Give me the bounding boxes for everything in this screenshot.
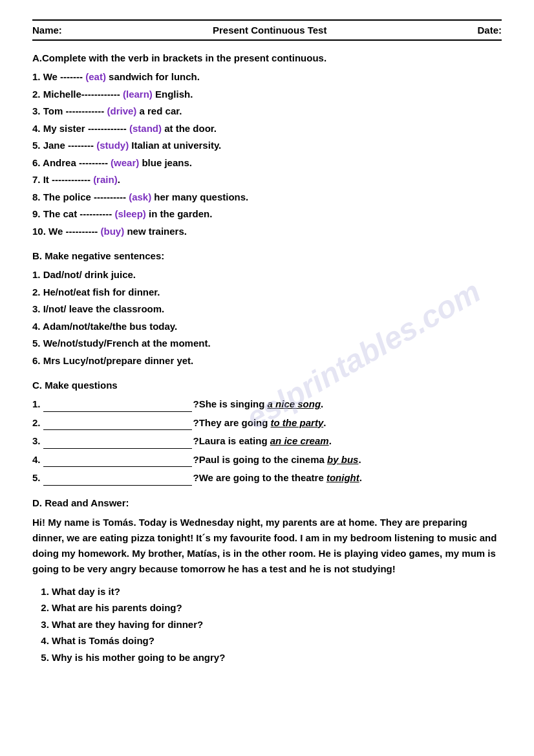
section-a-items: 1. We ------- (eat) sandwich for lunch.2… (32, 70, 502, 239)
section-a-item: 6. Andrea --------- (wear) blue jeans. (32, 156, 502, 171)
item-number: 7. It ------------ (32, 174, 93, 185)
section-d-question: What day is it? (52, 585, 502, 599)
item-number: 4. My sister ------------ (32, 123, 129, 134)
item-number: 4. (32, 453, 41, 468)
item-number: 3. (32, 434, 41, 449)
item-rest: in the garden. (146, 208, 213, 219)
item-rest: blue jeans. (139, 157, 192, 168)
section-a-item: 8. The police ---------- (ask) her many … (32, 190, 502, 205)
item-answer: She is singing a nice song. (199, 397, 324, 412)
item-verb: (learn) (123, 89, 153, 100)
section-a: A.Complete with the verb in brackets in … (32, 52, 502, 239)
blank-line (43, 411, 192, 412)
blank-line (43, 429, 192, 430)
reading-text: Hi! My name is Tomás. Today is Wednesday… (32, 515, 502, 577)
item-number: 10. We ---------- (32, 226, 101, 237)
item-rest: her many questions. (151, 191, 248, 202)
item-answer: Paul is going to the cinema by bus. (199, 453, 361, 468)
item-question-mark: ? (193, 471, 199, 486)
section-a-item: 10. We ---------- (buy) new trainers. (32, 224, 502, 239)
item-underline: to the party (271, 417, 324, 428)
section-d-title: D. Read and Answer: (32, 497, 502, 508)
item-number: 6. Andrea --------- (32, 157, 111, 168)
item-underline: an ice cream (270, 435, 329, 446)
section-a-item: 2. Michelle------------ (learn) English. (32, 87, 502, 102)
section-c-title: C. Make questions (32, 380, 502, 391)
section-a-item: 5. Jane -------- (study) Italian at univ… (32, 138, 502, 153)
section-a-item: 9. The cat ---------- (sleep) in the gar… (32, 207, 502, 222)
item-verb: (eat) (85, 71, 106, 82)
section-c-item: 1.? She is singing a nice song. (32, 397, 502, 412)
item-number: 3. Tom ------------ (32, 105, 107, 116)
section-d-question: What are his parents doing? (52, 601, 502, 616)
section-a-title: A.Complete with the verb in brackets in … (32, 52, 502, 63)
blank-line (43, 466, 192, 467)
item-verb: (drive) (107, 105, 137, 116)
header: Name: Present Continuous Test Date: (32, 19, 502, 41)
section-d-question: What is Tomás doing? (52, 634, 502, 649)
item-verb: (rain) (93, 174, 118, 185)
header-name-label: Name: (32, 25, 62, 36)
section-a-item: 3. Tom ------------ (drive) a red car. (32, 104, 502, 119)
item-answer: Laura is eating an ice cream. (199, 434, 332, 449)
item-verb: (wear) (111, 157, 139, 168)
item-number: 9. The cat ---------- (32, 208, 114, 219)
section-a-item: 7. It ------------ (rain). (32, 173, 502, 188)
item-underline: tonight (326, 472, 359, 483)
section-d-questions: What day is it?What are his parents doin… (52, 585, 502, 665)
item-number: 5. Jane -------- (32, 140, 96, 151)
section-b-item: 5. We/not/study/French at the moment. (32, 336, 502, 351)
item-number: 1. We ------- (32, 71, 85, 82)
section-b-item: 4. Adam/not/take/the bus today. (32, 319, 502, 334)
item-rest: English. (153, 89, 193, 100)
item-number: 1. (32, 397, 41, 412)
section-a-item: 1. We ------- (eat) sandwich for lunch. (32, 70, 502, 85)
section-b-item: 6. Mrs Lucy/not/prepare dinner yet. (32, 354, 502, 369)
header-title: Present Continuous Test (213, 25, 326, 36)
blank-line (43, 485, 192, 486)
item-number: 5. (32, 471, 41, 486)
item-rest: sandwich for lunch. (106, 71, 200, 82)
section-b-title: B. Make negative sentences: (32, 250, 502, 261)
item-question-mark: ? (193, 416, 199, 431)
item-rest: new trainers. (124, 226, 187, 237)
section-c-items: 1.? She is singing a nice song.2.? They … (32, 397, 502, 486)
section-c-item: 5.? We are going to the theatre tonight. (32, 471, 502, 486)
item-underline: a nice song (268, 398, 321, 409)
item-verb: (ask) (129, 191, 151, 202)
item-number: 2. (32, 416, 41, 431)
item-question-mark: ? (193, 397, 199, 412)
item-verb: (stand) (129, 123, 162, 134)
item-question-mark: ? (193, 453, 199, 468)
blank-line (43, 448, 192, 449)
item-rest: a red car. (136, 105, 182, 116)
item-rest: at the door. (162, 123, 217, 134)
section-a-item: 4. My sister ------------ (stand) at the… (32, 122, 502, 136)
item-number: 2. Michelle------------ (32, 89, 123, 100)
section-c: C. Make questions 1.? She is singing a n… (32, 380, 502, 486)
item-number: 8. The police ---------- (32, 191, 129, 202)
section-c-item: 4.? Paul is going to the cinema by bus. (32, 453, 502, 468)
section-b: B. Make negative sentences: 1. Dad/not/ … (32, 250, 502, 368)
item-question-mark: ? (193, 434, 199, 449)
section-c-item: 2.? They are going to the party. (32, 416, 502, 431)
item-verb: (study) (96, 140, 129, 151)
section-c-item: 3.? Laura is eating an ice cream. (32, 434, 502, 449)
section-d: D. Read and Answer: Hi! My name is Tomás… (32, 497, 502, 665)
item-verb: (buy) (101, 226, 125, 237)
section-b-items: 1. Dad/not/ drink juice.2. He/not/eat fi… (32, 268, 502, 368)
item-answer: We are going to the theatre tonight. (199, 471, 362, 486)
section-d-question: What are they having for dinner? (52, 618, 502, 632)
section-b-item: 3. I/not/ leave the classroom. (32, 302, 502, 317)
item-underline: by bus (327, 454, 358, 465)
item-verb: (sleep) (114, 208, 145, 219)
section-d-question: Why is his mother going to be angry? (52, 651, 502, 665)
item-rest: . (118, 174, 120, 185)
section-b-item: 2. He/not/eat fish for dinner. (32, 285, 502, 300)
header-date-label: Date: (477, 25, 502, 36)
section-b-item: 1. Dad/not/ drink juice. (32, 268, 502, 283)
item-answer: They are going to the party. (199, 416, 326, 431)
item-rest: Italian at university. (129, 140, 221, 151)
